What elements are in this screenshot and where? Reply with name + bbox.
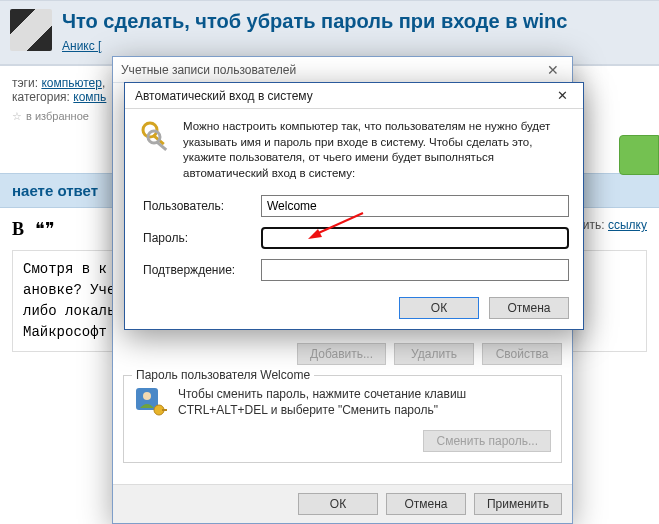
auto-login-dialog: Автоматический вход в систему ✕ Можно на… bbox=[124, 82, 584, 330]
login-form: Пользователь: Пароль: Подтверждение: bbox=[143, 195, 569, 281]
svg-rect-3 bbox=[162, 409, 167, 411]
password-input[interactable] bbox=[261, 227, 569, 249]
user-key-icon bbox=[134, 386, 168, 420]
svg-point-1 bbox=[143, 392, 151, 400]
properties-button[interactable]: Свойства bbox=[482, 343, 562, 365]
quote-button[interactable]: ❝❞ bbox=[35, 219, 55, 239]
outer-cancel-button[interactable]: Отмена bbox=[386, 493, 466, 515]
inner-footer: ОК Отмена bbox=[125, 291, 583, 331]
category-link[interactable]: компь bbox=[73, 90, 106, 104]
outer-titlebar: Учетные записи пользователей ✕ bbox=[113, 57, 572, 83]
user-label: Пользователь: bbox=[143, 199, 261, 213]
confirm-label: Подтверждение: bbox=[143, 263, 261, 277]
add-button[interactable]: Добавить... bbox=[297, 343, 386, 365]
bold-button[interactable]: B bbox=[12, 219, 24, 239]
inner-titlebar: Автоматический вход в систему ✕ bbox=[125, 83, 583, 109]
password-label: Пароль: bbox=[143, 231, 261, 245]
outer-title: Учетные записи пользователей bbox=[121, 63, 296, 77]
author-link[interactable]: Аникс [ bbox=[62, 39, 101, 53]
avatar bbox=[10, 9, 52, 51]
keys-icon bbox=[139, 119, 173, 153]
remove-button[interactable]: Удалить bbox=[394, 343, 474, 365]
change-password-button[interactable]: Сменить пароль... bbox=[423, 430, 551, 452]
inner-cancel-button[interactable]: Отмена bbox=[489, 297, 569, 319]
outer-apply-button[interactable]: Применить bbox=[474, 493, 562, 515]
inner-ok-button[interactable]: ОК bbox=[399, 297, 479, 319]
group-title: Пароль пользователя Welcome bbox=[132, 368, 314, 382]
favorite-label: в избранное bbox=[26, 110, 89, 122]
category-label: категория: bbox=[12, 90, 70, 104]
add-link-link[interactable]: ссылку bbox=[608, 218, 647, 232]
tags-label: тэги: bbox=[12, 76, 38, 90]
close-icon[interactable]: ✕ bbox=[545, 85, 579, 107]
question-title: Что сделать, чтоб убрать пароль при вход… bbox=[62, 9, 649, 33]
green-side-button[interactable] bbox=[619, 135, 659, 175]
tag-link[interactable]: компьютер bbox=[41, 76, 102, 90]
inner-title: Автоматический вход в систему bbox=[135, 89, 313, 103]
password-group: Пароль пользователя Welcome Чтобы сменит… bbox=[123, 375, 562, 463]
outer-footer: ОК Отмена Применить bbox=[113, 484, 572, 523]
close-icon[interactable]: ✕ bbox=[540, 60, 566, 80]
intro-text: Можно настроить компьютер так, что польз… bbox=[183, 119, 569, 181]
confirm-input[interactable] bbox=[261, 259, 569, 281]
star-icon: ☆ bbox=[12, 110, 22, 122]
outer-ok-button[interactable]: ОК bbox=[298, 493, 378, 515]
user-input[interactable] bbox=[261, 195, 569, 217]
group-text: Чтобы сменить пароль, нажмите сочетание … bbox=[178, 386, 551, 418]
user-list-buttons: Добавить... Удалить Свойства bbox=[123, 343, 562, 365]
